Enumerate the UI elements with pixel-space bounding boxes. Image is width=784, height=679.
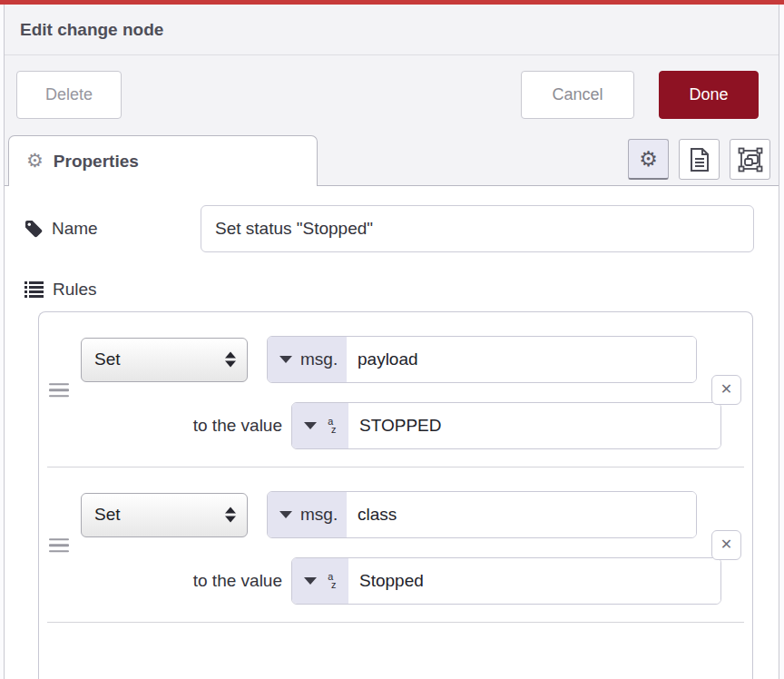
gear-icon: ⚙ bbox=[26, 152, 44, 171]
drag-handle-bar bbox=[49, 550, 69, 553]
cancel-button[interactable]: Cancel bbox=[521, 71, 634, 119]
close-icon: ✕ bbox=[720, 381, 732, 397]
caret-down-icon bbox=[279, 511, 292, 518]
string-type-icon: az bbox=[325, 417, 336, 435]
remove-rule-button[interactable]: ✕ bbox=[711, 375, 741, 405]
rules-label-text: Rules bbox=[53, 280, 97, 300]
down-arrow-icon bbox=[225, 361, 236, 368]
name-row: Name bbox=[24, 205, 754, 252]
value-typed-input: az bbox=[291, 557, 721, 605]
caret-down-icon bbox=[304, 577, 317, 585]
list-icon bbox=[24, 281, 44, 298]
drag-handle[interactable] bbox=[49, 535, 69, 556]
description-tab-button[interactable] bbox=[679, 139, 720, 180]
up-arrow-icon bbox=[225, 507, 236, 514]
drag-handle[interactable] bbox=[49, 379, 69, 401]
tab-icon-group: ⚙ bbox=[628, 139, 770, 180]
property-input[interactable] bbox=[347, 492, 696, 537]
property-prefix-label: msg. bbox=[300, 505, 338, 525]
drag-handle-bar bbox=[49, 383, 69, 386]
document-icon bbox=[689, 147, 710, 172]
property-input[interactable] bbox=[347, 337, 696, 382]
rule-value-line: to the value az bbox=[81, 402, 752, 449]
property-type-button[interactable]: msg. bbox=[268, 337, 347, 382]
appearance-frame-icon bbox=[738, 147, 763, 172]
rule-property-line: Set msg. bbox=[81, 336, 752, 383]
rules-section-label: Rules bbox=[24, 280, 779, 300]
property-typed-input: msg. bbox=[267, 491, 697, 538]
dialog-title: Edit change node bbox=[20, 20, 163, 40]
rule-row: Set msg. to the bbox=[39, 312, 752, 467]
name-field-label: Name bbox=[24, 219, 201, 239]
rule-action-select[interactable]: Set bbox=[81, 493, 248, 537]
edit-change-node-dialog: Edit change node Delete Cancel Done ⚙ Pr… bbox=[4, 5, 779, 679]
rule-row: Set msg. to the bbox=[39, 467, 752, 623]
rule-action-value: Set bbox=[94, 505, 121, 525]
done-button[interactable]: Done bbox=[659, 71, 759, 119]
value-input[interactable] bbox=[348, 558, 720, 604]
up-arrow-icon bbox=[225, 352, 236, 359]
name-input[interactable] bbox=[201, 205, 754, 252]
drag-handle-bar bbox=[49, 395, 69, 398]
dialog-button-bar: Delete Cancel Done bbox=[5, 55, 779, 133]
caret-down-icon bbox=[279, 356, 292, 363]
appearance-tab-button[interactable] bbox=[730, 139, 770, 180]
to-the-value-label: to the value bbox=[81, 571, 291, 591]
value-input[interactable] bbox=[348, 403, 720, 448]
string-type-icon: az bbox=[325, 572, 336, 590]
rule-action-value: Set bbox=[94, 349, 121, 369]
to-the-value-label: to the value bbox=[81, 416, 291, 436]
tag-icon bbox=[24, 220, 43, 238]
drag-handle-bar bbox=[49, 538, 69, 541]
properties-panel: Name Rules bbox=[5, 186, 779, 679]
delete-button[interactable]: Delete bbox=[16, 71, 122, 119]
drag-handle-bar bbox=[49, 544, 69, 546]
select-updown-icon bbox=[225, 507, 236, 523]
tab-properties-label: Properties bbox=[54, 152, 139, 172]
property-typed-input: msg. bbox=[267, 336, 697, 383]
drag-handle-bar bbox=[49, 389, 69, 391]
dialog-header: Edit change node bbox=[5, 5, 779, 55]
property-prefix-label: msg. bbox=[300, 349, 338, 369]
down-arrow-icon bbox=[225, 517, 236, 523]
value-typed-input: az bbox=[291, 402, 721, 449]
value-type-button[interactable]: az bbox=[292, 558, 348, 604]
remove-rule-button[interactable]: ✕ bbox=[711, 530, 741, 560]
rule-property-line: Set msg. bbox=[81, 491, 752, 538]
rule-value-line: to the value az bbox=[81, 557, 752, 605]
caret-down-icon bbox=[304, 422, 317, 429]
close-icon: ✕ bbox=[720, 536, 732, 552]
rules-list: Set msg. to the bbox=[38, 311, 753, 679]
tab-properties[interactable]: ⚙ Properties bbox=[8, 135, 318, 186]
property-type-button[interactable]: msg. bbox=[268, 492, 347, 537]
gear-icon: ⚙ bbox=[639, 149, 658, 170]
select-updown-icon bbox=[225, 352, 236, 368]
value-type-button[interactable]: az bbox=[292, 403, 348, 448]
name-label-text: Name bbox=[52, 219, 98, 239]
properties-tab-button[interactable]: ⚙ bbox=[628, 139, 669, 180]
editor-tab-bar: ⚙ Properties ⚙ bbox=[5, 133, 779, 186]
rule-action-select[interactable]: Set bbox=[81, 338, 248, 382]
